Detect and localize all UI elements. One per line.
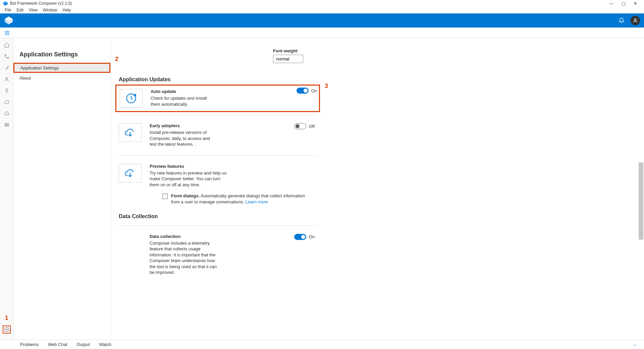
auto-update-toggle-group: On bbox=[297, 88, 317, 94]
nav-user-icon[interactable] bbox=[3, 75, 11, 83]
annotation-3: 3 bbox=[325, 83, 328, 90]
tab-watch[interactable]: Watch bbox=[99, 342, 111, 347]
page-title: Application Settings bbox=[13, 51, 110, 63]
tab-output[interactable]: Output bbox=[77, 342, 90, 347]
settings-nav: Application Settings Application Setting… bbox=[13, 38, 111, 340]
icon-sidebar: 1 bbox=[0, 38, 13, 340]
maximize-button[interactable]: ▢ bbox=[622, 1, 626, 6]
nav-settings-icon[interactable] bbox=[3, 326, 11, 334]
auto-update-state: On bbox=[311, 88, 317, 93]
menu-help[interactable]: Help bbox=[61, 8, 73, 12]
cloud-download-icon bbox=[119, 164, 142, 183]
auto-update-title: Auto update bbox=[151, 89, 316, 94]
nav-cloud-icon[interactable] bbox=[3, 109, 11, 117]
early-adopters-row: Early adopters Install pre-release versi… bbox=[119, 121, 317, 149]
notifications-icon[interactable] bbox=[619, 17, 625, 23]
data-collection-state: On bbox=[309, 234, 315, 239]
content-pane: Font weight Application Updates Auto upd… bbox=[111, 38, 644, 340]
early-adopters-desc: Install pre-release versions of Composer… bbox=[150, 130, 217, 147]
tab-problems[interactable]: Problems bbox=[20, 342, 39, 347]
data-collection-title: Data collection bbox=[150, 234, 317, 239]
nav-home-icon[interactable] bbox=[3, 41, 11, 49]
main-area: 1 Application Settings Application Setti… bbox=[0, 38, 644, 340]
font-weight-field: Font weight bbox=[273, 48, 631, 63]
early-adopters-toggle[interactable] bbox=[294, 123, 306, 129]
menu-file[interactable]: File bbox=[3, 8, 13, 12]
svg-point-13 bbox=[5, 89, 8, 91]
menu-edit[interactable]: Edit bbox=[14, 8, 25, 12]
section-title-data: Data Collection bbox=[119, 213, 317, 219]
svg-point-10 bbox=[5, 54, 6, 56]
composer-logo bbox=[4, 16, 13, 25]
annotation-1: 1 bbox=[5, 314, 8, 321]
toolbar bbox=[0, 28, 644, 38]
nav-item-app-settings[interactable]: Application Settings bbox=[13, 63, 110, 73]
auto-update-toggle[interactable] bbox=[297, 88, 309, 94]
data-collection-toggle[interactable] bbox=[294, 234, 306, 240]
nav-item-label: Application Settings bbox=[20, 65, 59, 70]
svg-point-14 bbox=[6, 329, 7, 330]
nav-bot-icon[interactable] bbox=[3, 64, 11, 72]
bottom-bar: Problems Web Chat Output Watch ︿ bbox=[0, 340, 644, 349]
auto-update-desc: Check for updates and install them autom… bbox=[151, 95, 218, 107]
menu-bar: File Edit View Window Help bbox=[0, 7, 644, 13]
menu-window[interactable]: Window bbox=[41, 8, 59, 12]
header-bar bbox=[0, 13, 644, 28]
svg-point-6 bbox=[634, 19, 636, 20]
clock-refresh-icon bbox=[120, 89, 143, 108]
preview-desc: Try new features in preview and help us … bbox=[150, 170, 230, 188]
chevron-up-icon[interactable]: ︿ bbox=[633, 342, 637, 348]
font-weight-label: Font weight bbox=[273, 48, 631, 53]
updates-section: Application Updates Auto update Check fo… bbox=[119, 77, 317, 278]
form-dialogs-checkbox[interactable] bbox=[162, 194, 168, 199]
form-dialogs-label: Form dialogs. bbox=[171, 193, 200, 198]
nav-design-icon[interactable] bbox=[3, 52, 11, 60]
window-controls: — ▢ ✕ bbox=[609, 1, 641, 6]
data-collection-row: Data collection Composer includes a tele… bbox=[119, 232, 317, 278]
app-icon bbox=[3, 1, 8, 6]
learn-more-link[interactable]: Learn more bbox=[246, 199, 268, 204]
form-dialogs-text: Form dialogs. Automatically generate dia… bbox=[171, 193, 312, 205]
title-bar: Bot Framework Composer (v2.1.0) — ▢ ✕ bbox=[0, 0, 644, 7]
preview-title: Preview features bbox=[150, 164, 317, 169]
nav-item-label: About bbox=[19, 76, 31, 81]
nav-knowledge-icon[interactable] bbox=[3, 87, 11, 95]
user-avatar[interactable] bbox=[631, 16, 640, 25]
svg-point-11 bbox=[7, 57, 9, 58]
early-adopters-title: Early adopters bbox=[150, 123, 317, 128]
window-title: Bot Framework Composer (v2.1.0) bbox=[10, 1, 72, 6]
nav-publish-icon[interactable] bbox=[3, 98, 11, 106]
menu-view[interactable]: View bbox=[27, 8, 40, 12]
data-collection-desc: Composer includes a telemetry feature th… bbox=[150, 240, 220, 276]
scrollbar-thumb[interactable] bbox=[639, 162, 643, 240]
font-weight-input[interactable] bbox=[273, 55, 303, 63]
data-collection-toggle-group: On bbox=[294, 234, 315, 240]
nav-item-about[interactable]: About bbox=[13, 73, 110, 83]
minimize-button[interactable]: — bbox=[609, 1, 613, 6]
tab-webchat[interactable]: Web Chat bbox=[48, 342, 67, 347]
section-title-updates: Application Updates bbox=[119, 77, 317, 83]
early-adopters-state: Off bbox=[309, 124, 315, 129]
early-adopters-toggle-group: Off bbox=[294, 123, 315, 129]
nav-package-icon[interactable] bbox=[3, 121, 11, 129]
cloud-download-icon bbox=[119, 123, 142, 142]
svg-point-12 bbox=[6, 78, 7, 79]
form-dialogs-row: Form dialogs. Automatically generate dia… bbox=[162, 193, 317, 205]
auto-update-row: Auto update Check for updates and instal… bbox=[115, 85, 320, 112]
preview-features-row: Preview features Try new features in pre… bbox=[119, 162, 317, 190]
hamburger-icon[interactable] bbox=[4, 30, 10, 36]
close-button[interactable]: ✕ bbox=[634, 1, 637, 6]
